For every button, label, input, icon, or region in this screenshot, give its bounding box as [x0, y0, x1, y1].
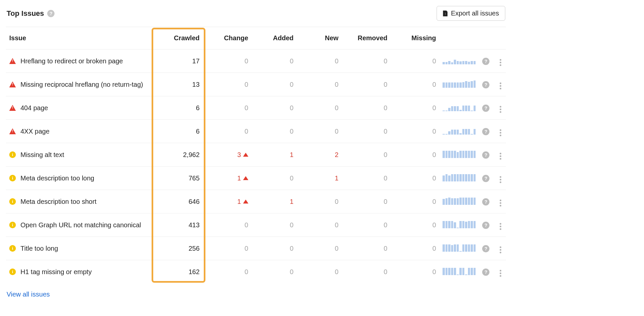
row-menu-icon[interactable] — [498, 175, 503, 184]
table-row[interactable]: Title too long25600000? — [6, 237, 506, 260]
trend-sparkline — [443, 197, 476, 205]
change-value: 1 — [237, 174, 241, 182]
table-row[interactable]: Open Graph URL not matching canonical413… — [6, 213, 506, 237]
added-value: 0 — [290, 245, 294, 252]
added-value: 0 — [290, 104, 294, 112]
removed-value: 0 — [384, 221, 387, 229]
new-value: 0 — [335, 128, 339, 135]
table-row[interactable]: H1 tag missing or empty16200000? — [6, 260, 506, 284]
new-value: 0 — [335, 81, 339, 88]
warning-icon — [9, 151, 16, 158]
issue-name: Missing reciprocal hreflang (no return-t… — [20, 81, 143, 88]
row-help-icon[interactable]: ? — [482, 105, 489, 112]
title-help-icon[interactable]: ? — [47, 10, 54, 17]
table-row[interactable]: Missing alt text2,96231200? — [6, 143, 506, 167]
view-all-issues-link[interactable]: View all issues — [6, 283, 506, 298]
removed-value: 0 — [384, 198, 387, 205]
trend-up-icon — [243, 176, 248, 180]
error-icon — [9, 58, 16, 64]
issue-name: Meta description too short — [20, 198, 96, 205]
col-removed[interactable]: Removed — [342, 27, 391, 49]
removed-value: 0 — [384, 104, 387, 112]
trend-sparkline — [443, 220, 476, 228]
row-menu-icon[interactable] — [498, 269, 503, 278]
col-missing[interactable]: Missing — [391, 27, 439, 49]
export-all-button[interactable]: Export all issues — [437, 6, 505, 21]
warning-icon — [9, 198, 16, 205]
crawled-value: 17 — [192, 57, 199, 65]
change-value: 0 — [244, 57, 248, 65]
change-value: 3 — [237, 151, 241, 159]
crawled-value: 646 — [189, 198, 199, 205]
change-value: 1 — [237, 198, 241, 205]
trend-sparkline — [443, 267, 476, 275]
row-menu-icon[interactable] — [498, 128, 503, 138]
row-help-icon[interactable]: ? — [482, 222, 489, 229]
row-menu-icon[interactable] — [498, 81, 503, 91]
col-issue[interactable]: Issue — [6, 27, 154, 49]
col-change[interactable]: Change — [203, 27, 251, 49]
issue-name: H1 tag missing or empty — [20, 268, 92, 276]
removed-value: 0 — [384, 128, 387, 135]
crawled-value: 6 — [196, 104, 199, 112]
table-row[interactable]: 404 page600000? — [6, 96, 506, 120]
removed-value: 0 — [384, 268, 387, 276]
added-value: 0 — [290, 268, 294, 276]
error-icon — [9, 81, 16, 87]
row-help-icon[interactable]: ? — [482, 58, 489, 65]
table-row[interactable]: 4XX page600000? — [6, 120, 506, 143]
warning-icon — [9, 269, 16, 275]
row-menu-icon[interactable] — [498, 222, 503, 231]
row-menu-icon[interactable] — [498, 105, 503, 114]
row-menu-icon[interactable] — [498, 151, 503, 161]
issue-name: Title too long — [20, 245, 58, 252]
row-help-icon[interactable]: ? — [482, 128, 489, 135]
missing-value: 0 — [432, 245, 436, 252]
trend-sparkline — [443, 56, 476, 64]
row-help-icon[interactable]: ? — [482, 81, 489, 88]
added-value: 0 — [290, 174, 294, 182]
file-download-icon — [443, 11, 447, 16]
new-value: 0 — [335, 104, 339, 112]
table-row[interactable]: Meta description too short64611000? — [6, 190, 506, 213]
new-value: 0 — [335, 57, 339, 65]
row-menu-icon[interactable] — [498, 198, 503, 208]
row-help-icon[interactable]: ? — [482, 151, 489, 159]
new-value: 0 — [335, 268, 339, 276]
row-help-icon[interactable]: ? — [482, 269, 489, 276]
added-value: 1 — [290, 198, 294, 205]
missing-value: 0 — [432, 198, 436, 205]
table-row[interactable]: Meta description too long76510100? — [6, 167, 506, 190]
table-row[interactable]: Missing reciprocal hreflang (no return-t… — [6, 73, 506, 96]
col-new[interactable]: New — [297, 27, 342, 49]
issues-table: Issue Crawled Change Added New Removed M… — [6, 27, 506, 283]
crawled-value: 13 — [192, 81, 199, 88]
missing-value: 0 — [432, 221, 436, 229]
added-value: 0 — [290, 81, 294, 88]
table-row[interactable]: Hreflang to redirect or broken page17000… — [6, 49, 506, 73]
row-help-icon[interactable]: ? — [482, 175, 489, 182]
added-value: 0 — [290, 221, 294, 229]
missing-value: 0 — [432, 57, 436, 65]
trend-up-icon — [243, 200, 248, 204]
row-help-icon[interactable]: ? — [482, 198, 489, 205]
warning-icon — [9, 175, 16, 181]
issue-name: Missing alt text — [20, 151, 64, 159]
error-icon — [9, 105, 16, 111]
added-value: 0 — [290, 57, 294, 65]
new-value: 0 — [335, 198, 339, 205]
col-added[interactable]: Added — [252, 27, 297, 49]
row-menu-icon[interactable] — [498, 245, 503, 255]
page-title: Top Issues ? — [7, 9, 54, 18]
trend-up-icon — [243, 153, 248, 157]
change-value: 0 — [244, 104, 248, 112]
col-crawled[interactable]: Crawled — [154, 27, 203, 49]
removed-value: 0 — [384, 151, 387, 159]
row-help-icon[interactable]: ? — [482, 245, 489, 252]
error-icon — [9, 128, 16, 134]
issue-name: Open Graph URL not matching canonical — [20, 221, 141, 229]
trend-sparkline — [443, 150, 476, 158]
removed-value: 0 — [384, 174, 387, 182]
row-menu-icon[interactable] — [498, 58, 503, 67]
issue-name: Hreflang to redirect or broken page — [20, 57, 123, 65]
